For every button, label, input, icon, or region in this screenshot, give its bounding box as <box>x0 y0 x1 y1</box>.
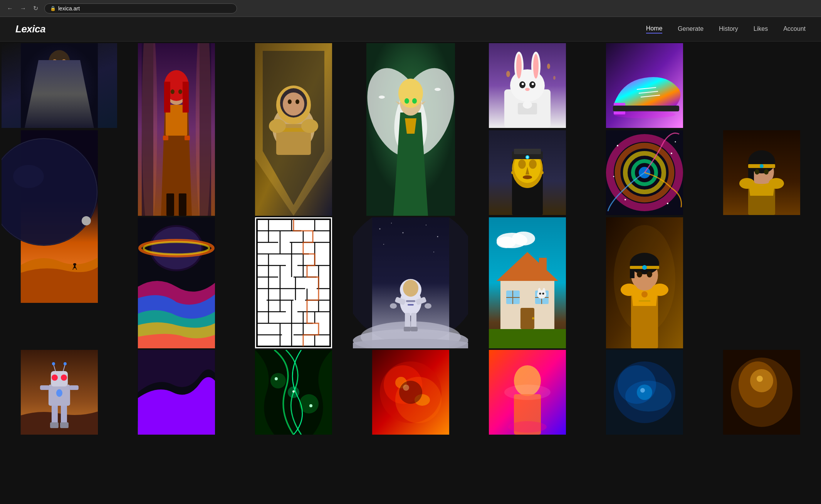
gallery-item-8[interactable] <box>2 130 117 303</box>
gallery-item-22[interactable] <box>470 350 585 435</box>
nav-links: Home Generate History Likes Account <box>646 25 806 34</box>
nav-link-history[interactable]: History <box>719 25 738 33</box>
lock-icon: 🔒 <box>50 6 56 11</box>
url-text: lexica.art <box>58 5 80 12</box>
forward-button[interactable]: → <box>18 3 29 13</box>
gallery-item-20[interactable] <box>236 350 351 435</box>
gallery-item-21[interactable] <box>353 350 468 435</box>
gallery-item-2[interactable] <box>119 43 234 216</box>
gallery-item-10[interactable] <box>587 130 702 215</box>
address-bar[interactable]: 🔒 lexica.art <box>44 3 237 13</box>
gallery-item-24[interactable] <box>704 350 819 435</box>
gallery-item-12[interactable] <box>119 217 234 348</box>
browser-chrome: ← → ↻ 🔒 lexica.art <box>0 0 821 17</box>
gallery-item-14[interactable] <box>353 217 468 348</box>
nav-link-generate[interactable]: Generate <box>678 25 703 33</box>
gallery-item-11[interactable] <box>704 130 819 215</box>
gallery-item-23[interactable] <box>587 350 702 435</box>
refresh-button[interactable]: ↻ <box>31 3 40 13</box>
gallery-item-6[interactable] <box>587 43 702 128</box>
gallery-item-3[interactable] <box>236 43 351 216</box>
gallery-item-15[interactable] <box>470 217 585 348</box>
gallery-item-18[interactable] <box>2 350 117 435</box>
nav-link-home[interactable]: Home <box>646 25 663 34</box>
back-button[interactable]: ← <box>5 3 15 13</box>
navbar: Lexica Home Generate History Likes Accou… <box>0 17 821 42</box>
gallery-item-13[interactable] <box>236 217 351 348</box>
gallery-item-19[interactable] <box>119 350 234 435</box>
gallery <box>0 42 821 436</box>
gallery-item-9[interactable] <box>470 130 585 215</box>
nav-link-likes[interactable]: Likes <box>754 25 768 33</box>
gallery-item-5[interactable] <box>470 43 585 128</box>
gallery-item-4[interactable] <box>353 43 468 216</box>
logo: Lexica <box>15 23 646 35</box>
gallery-item-16[interactable] <box>587 217 702 348</box>
browser-nav-buttons: ← → ↻ <box>5 3 40 13</box>
gallery-item-1[interactable] <box>2 43 117 128</box>
nav-link-account[interactable]: Account <box>783 25 806 33</box>
